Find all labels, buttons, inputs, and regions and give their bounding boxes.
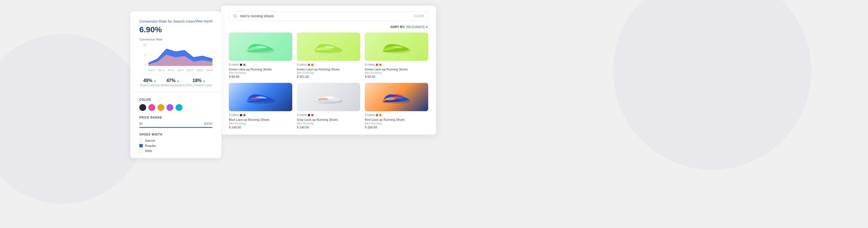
svg-rect-13 — [317, 100, 333, 101]
chart-y-axis: 10 5 0 — [140, 43, 147, 66]
search-icon — [233, 14, 237, 18]
product-category-2: Men Running — [297, 71, 360, 74]
shoe-svg-1 — [245, 39, 276, 55]
x-label-oct9: Oct 9 — [207, 69, 213, 72]
x-label-oct3: Oct 3 — [148, 69, 155, 72]
color-filter-section: COLOR — [140, 98, 212, 111]
x-label-oct8: Oct 8 — [197, 69, 203, 72]
width-option-narrow[interactable]: Narrow — [140, 139, 212, 142]
product-category-6: Men Running — [365, 122, 428, 125]
sort-value[interactable]: RELEVANCE — [406, 25, 425, 29]
product-name-3: Green Lace-up Running Shoes — [365, 67, 428, 71]
price-values: $0 $3000 — [140, 122, 212, 125]
search-bar: men's running shoes CLEAR — [229, 11, 428, 21]
search-query: men's running shoes — [240, 14, 411, 18]
color-dot-4a — [240, 114, 242, 116]
sort-by-label: SORT BY: — [391, 25, 405, 29]
chart-svg — [148, 43, 212, 66]
product-card-2[interactable]: 3 colors Green Lace-up Running Shoes Men… — [297, 33, 360, 78]
product-price-6: $ 189.99 — [365, 126, 428, 129]
color-count-6: 3 colors — [365, 113, 375, 117]
color-swatch-yellow[interactable] — [157, 104, 164, 111]
product-card-3[interactable]: 3 colors Green Lace-up Running Shoes Men… — [365, 33, 428, 78]
filter-card: COLOR PRICE RANGE $0 $3000 SHOES WIDTH — [130, 93, 221, 158]
product-card-1[interactable]: 3 colors Green Lace-up Running Shoes Men… — [229, 33, 292, 78]
color-dot-5b — [311, 114, 313, 116]
x-label-oct5: Oct 5 — [168, 69, 174, 72]
color-count-2: 3 colors — [297, 63, 307, 66]
svg-rect-6 — [249, 48, 265, 50]
conversion-rate-value: 6.90% — [140, 25, 212, 34]
shoes-width-title: SHOES WIDTH — [140, 133, 212, 136]
product-grid: 3 colors Green Lace-up Running Shoes Men… — [229, 33, 428, 129]
svg-rect-11 — [249, 99, 265, 100]
color-dot-3b — [379, 64, 381, 66]
product-card-5[interactable]: 3 colors Gray Lace-up Running Shoes Men … — [297, 83, 360, 129]
arrow-mobile: ▲ — [177, 79, 179, 82]
width-option-regular[interactable]: Regular — [140, 144, 212, 148]
product-name-5: Gray Lace-up Running Shoes — [297, 118, 360, 122]
width-option-wide[interactable]: Wide — [140, 149, 212, 153]
chart-container: 10 5 0 Oct 3 Oct 4 Oct — [140, 43, 212, 72]
x-label-oct7: Oct 7 — [187, 69, 193, 72]
color-swatches[interactable] — [140, 104, 212, 111]
stat-aov: 18% ▲ AOV of search users — [186, 78, 212, 87]
chart-x-labels: Oct 3 Oct 4 Oct 5 Oct 6 Oct 7 Oct 8 Oct … — [148, 69, 212, 72]
shoe-svg-2 — [313, 39, 344, 55]
product-price-3: $ 60.50 — [365, 75, 428, 78]
width-label-narrow: Narrow — [145, 139, 155, 142]
product-category-3: Men Running — [365, 71, 428, 74]
product-price-4: $ 148.00 — [229, 126, 292, 129]
color-dot-2a — [308, 64, 310, 66]
product-price-1: $ 89.99 — [229, 75, 292, 78]
color-dot-6a — [376, 114, 378, 116]
product-category-1: Men Running — [229, 71, 292, 74]
price-range-track[interactable] — [140, 127, 212, 128]
shoe-svg-5 — [313, 89, 344, 105]
color-swatch-pink[interactable] — [148, 104, 155, 111]
color-dot-1a — [240, 64, 242, 66]
stats-row: 49% ▲ Search revenue 47% ▲ Mobile transa… — [140, 74, 212, 87]
svg-rect-15 — [385, 100, 400, 101]
stat-value-aov: 18% ▲ — [186, 78, 212, 83]
x-label-oct4: Oct 4 — [158, 69, 164, 72]
stat-value-revenue: 49% ▲ — [140, 78, 160, 83]
product-colors-4: 3 colors — [229, 113, 292, 117]
analytics-title: Conversion Rate for Search Users — [140, 19, 195, 24]
width-checkbox-wide[interactable] — [140, 149, 143, 153]
product-image-6 — [365, 83, 428, 111]
product-card-6[interactable]: 3 colors Red Lace-up Running Shoes Men R… — [365, 83, 428, 129]
color-dot-5a — [308, 114, 310, 116]
shoe-svg-4 — [245, 89, 276, 105]
clear-button[interactable]: CLEAR — [414, 14, 424, 18]
product-category-5: Men Running — [297, 122, 360, 125]
product-price-5: $ 148.00 — [297, 126, 360, 129]
color-swatch-black[interactable] — [140, 104, 146, 111]
analytics-card: Conversion Rate for Search Users View re… — [130, 11, 221, 93]
product-name-6: Red Lace-up Running Shoes — [365, 118, 428, 122]
width-checkbox-narrow[interactable] — [140, 139, 143, 142]
color-swatch-purple[interactable] — [166, 104, 173, 111]
color-count-4: 3 colors — [229, 113, 239, 117]
price-max: $3000 — [204, 122, 213, 125]
color-dot-4b — [243, 114, 246, 116]
color-dot-2b — [311, 64, 313, 66]
product-card-4[interactable]: 3 colors Blue Lace-up Running Shoes Men … — [229, 83, 292, 129]
color-dot-1b — [243, 64, 246, 66]
stat-search-revenue: 49% ▲ Search revenue — [140, 78, 160, 87]
product-image-3 — [365, 33, 428, 61]
view-report-link[interactable]: View report — [195, 19, 212, 23]
color-dot-6b — [379, 114, 381, 116]
chart-label: Conversion Rate — [140, 38, 212, 41]
width-checkbox-regular[interactable] — [140, 144, 143, 148]
shoe-svg-6 — [381, 89, 412, 105]
color-section-title: COLOR — [140, 98, 212, 101]
product-name-4: Blue Lace-up Running Shoes — [229, 118, 292, 122]
product-name-2: Green Lace-up Running Shoes — [297, 67, 360, 71]
sort-chevron[interactable]: ▼ — [425, 26, 428, 29]
product-category-4: Men Running — [229, 122, 292, 125]
x-label-oct6: Oct 6 — [177, 69, 184, 72]
stat-label-aov: AOV of search users — [186, 84, 212, 87]
product-name-1: Green Lace-up Running Shoes — [229, 67, 292, 71]
color-swatch-cyan[interactable] — [176, 104, 182, 111]
